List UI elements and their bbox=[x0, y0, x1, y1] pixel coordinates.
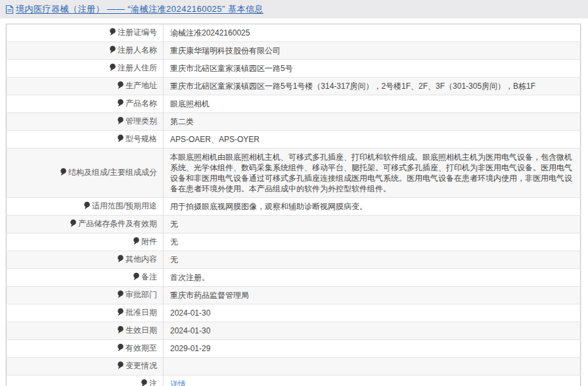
registration-info-table: 注册证编号 渝械注准20242160025 注册人名称 重庆康华瑞明科技股份有限… bbox=[6, 24, 581, 386]
row-value-text: 重庆市药品监督管理局 bbox=[170, 291, 249, 300]
row-label: 产品储存条件及有效期 bbox=[7, 216, 164, 233]
note-icon bbox=[83, 201, 91, 212]
note-icon bbox=[117, 290, 124, 301]
row-label-text: 注册人住所 bbox=[118, 63, 157, 72]
row-label-text: 生产地址 bbox=[125, 81, 157, 90]
table-row: 生产地址 重庆市北碚区童家溪镇园区一路5号1号楼（314-317房间），2号楼1… bbox=[7, 78, 581, 95]
row-label-text: 变更情况 bbox=[125, 361, 157, 370]
note-icon bbox=[133, 272, 140, 283]
row-value-text: 重庆康华瑞明科技股份有限公司 bbox=[170, 46, 281, 55]
row-label-text: 备注 bbox=[141, 272, 157, 281]
row-value: 第二类 bbox=[164, 113, 581, 131]
row-value-text: 第二类 bbox=[170, 117, 194, 126]
row-value: 眼底照相机 bbox=[164, 95, 581, 113]
table-row: 附件 无 bbox=[7, 233, 581, 251]
row-value-text: 本眼底照相机由眼底照相机主机、可移式多孔插座、打印机和软件组成。眼底照相机主机为… bbox=[170, 153, 572, 193]
page-title: 境内医疗器械（注册） —— “渝械注准20242160025” 基本信息 bbox=[16, 3, 263, 15]
table-row: 适用范围/预期用途 用于拍摄眼底视网膜图像，观察和辅助诊断视网膜病变。 bbox=[7, 198, 581, 216]
note-icon bbox=[117, 116, 124, 128]
row-value-text: APS-OAER、APS-OYER bbox=[170, 135, 260, 144]
row-value: 2029-01-29 bbox=[164, 340, 581, 358]
row-value: 无 bbox=[164, 251, 581, 269]
row-value bbox=[164, 358, 581, 375]
row-label-text: 审批部门 bbox=[125, 290, 157, 299]
row-label: 注册证编号 bbox=[7, 24, 164, 42]
table-row: 产品储存条件及有效期 无 bbox=[7, 216, 581, 233]
row-value: 无 bbox=[164, 216, 581, 233]
note-icon bbox=[141, 379, 148, 386]
table-row: 注册人名称 重庆康华瑞明科技股份有限公司 bbox=[7, 42, 581, 60]
row-label: 型号规格 bbox=[7, 131, 164, 149]
table-row: 结构及组成/主要组成成分 本眼底照相机由眼底照相机主机、可移式多孔插座、打印机和… bbox=[7, 149, 581, 198]
row-value: 重庆市药品监督管理局 bbox=[164, 287, 581, 304]
row-value: 首次注册。 bbox=[164, 269, 581, 287]
table-row: 型号规格 APS-OAER、APS-OYER bbox=[7, 131, 581, 149]
note-icon bbox=[117, 308, 124, 319]
row-label: 生产地址 bbox=[7, 78, 164, 95]
note-icon bbox=[109, 45, 116, 57]
note-icon bbox=[117, 81, 124, 92]
row-label: 产品名称 bbox=[7, 95, 164, 113]
row-value-text: 无 bbox=[170, 255, 178, 264]
note-icon bbox=[70, 219, 77, 230]
row-label: 附件 bbox=[7, 233, 164, 251]
table-row: 管理类别 第二类 bbox=[7, 113, 581, 131]
row-label-text: 产品储存条件及有效期 bbox=[78, 219, 157, 228]
note-icon bbox=[117, 134, 124, 145]
row-value-text: 首次注册。 bbox=[170, 273, 210, 282]
row-value: 无 bbox=[164, 233, 581, 251]
note-icon bbox=[117, 361, 124, 372]
row-value-text: 眼底照相机 bbox=[170, 99, 210, 109]
row-label: 注册人住所 bbox=[7, 60, 164, 78]
note-icon bbox=[117, 99, 124, 110]
row-label-text: 注册人名称 bbox=[118, 45, 157, 55]
row-label: 审批部门 bbox=[7, 287, 164, 304]
row-label: 批准日期 bbox=[7, 304, 164, 322]
row-value: 重庆康华瑞明科技股份有限公司 bbox=[164, 42, 581, 60]
row-label-text: 注册证编号 bbox=[118, 28, 157, 37]
row-value-text: 无 bbox=[170, 237, 178, 247]
note-icon bbox=[133, 237, 140, 248]
row-label: 备注 bbox=[7, 269, 164, 287]
row-value-text: 2029-01-29 bbox=[170, 344, 210, 353]
row-value: 重庆市北碚区童家溪镇园区一路5号1号楼（314-317房间），2号楼1F、2F、… bbox=[164, 78, 581, 95]
row-label: 变更情况 bbox=[7, 358, 164, 375]
row-value-text: 重庆市北碚区童家溪镇园区一路5号 bbox=[170, 64, 293, 73]
row-label: 管理类别 bbox=[7, 113, 164, 131]
table-row: 注册证编号 渝械注准20242160025 bbox=[7, 24, 581, 42]
row-label-text: 管理类别 bbox=[125, 116, 157, 126]
row-label-text: 生效日期 bbox=[125, 326, 157, 335]
table-row: 有效期至 2029-01-29 bbox=[7, 340, 581, 358]
note-icon bbox=[109, 63, 116, 74]
note-icon bbox=[60, 168, 67, 179]
document-icon bbox=[5, 5, 14, 14]
note-icon bbox=[117, 343, 124, 354]
row-label-text: 结构及组成/主要组成成分 bbox=[68, 168, 157, 177]
table-row: 产品名称 眼底照相机 bbox=[7, 95, 581, 113]
note-icon bbox=[109, 28, 116, 39]
note-icon bbox=[117, 326, 124, 337]
row-value-text: 渝械注准20242160025 bbox=[170, 28, 250, 37]
row-value: 本眼底照相机由眼底照相机主机、可移式多孔插座、打印机和软件组成。眼底照相机主机为… bbox=[164, 149, 581, 198]
row-value-text: 无 bbox=[170, 220, 178, 229]
row-value-text: 重庆市北碚区童家溪镇园区一路5号1号楼（314-317房间），2号楼1F、2F、… bbox=[170, 82, 535, 91]
row-label: 注 bbox=[7, 375, 164, 386]
row-value-text: 用于拍摄眼底视网膜图像，观察和辅助诊断视网膜病变。 bbox=[170, 202, 367, 211]
row-label: 有效期至 bbox=[7, 340, 164, 358]
row-value: 详情 bbox=[164, 375, 581, 386]
row-label-text: 注 bbox=[149, 379, 157, 386]
row-label: 结构及组成/主要组成成分 bbox=[7, 149, 164, 198]
note-icon bbox=[117, 254, 124, 266]
detail-link[interactable]: 详情 bbox=[170, 379, 186, 386]
row-value-text: 2024-01-30 bbox=[170, 326, 210, 335]
row-label-text: 型号规格 bbox=[125, 134, 157, 143]
table-row: 注册人住所 重庆市北碚区童家溪镇园区一路5号 bbox=[7, 60, 581, 78]
row-value: 2024-01-30 bbox=[164, 304, 581, 322]
table-row: 注 详情 bbox=[7, 375, 581, 386]
table-row: 批准日期 2024-01-30 bbox=[7, 304, 581, 322]
row-label-text: 有效期至 bbox=[125, 343, 157, 352]
row-label-text: 其他内容 bbox=[125, 254, 157, 264]
table-row: 备注 首次注册。 bbox=[7, 269, 581, 287]
row-label: 其他内容 bbox=[7, 251, 164, 269]
table-row: 生效日期 2024-01-30 bbox=[7, 322, 581, 340]
